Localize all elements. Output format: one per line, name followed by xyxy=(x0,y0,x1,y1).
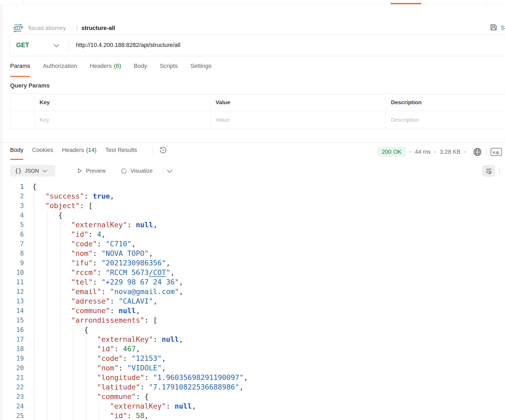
indent-guide xyxy=(34,268,34,277)
code-line-content: "commune": { xyxy=(97,392,149,401)
code-line: 14"commune": null, xyxy=(0,306,505,316)
description-input[interactable]: Description xyxy=(386,111,505,129)
svg-text:HTTP: HTTP xyxy=(14,25,23,30)
url-input[interactable]: http://10.4.200.188:8282/api/structure/a… xyxy=(76,34,180,56)
breadcrumb-collection[interactable]: fiscad abomey xyxy=(28,24,66,32)
code-token: "1.96035698291190097" xyxy=(153,373,243,382)
response-tab-test-results[interactable]: Test Results xyxy=(105,147,137,160)
indent-guide xyxy=(34,354,34,363)
method-selector[interactable]: GET xyxy=(16,34,29,56)
indent-guide xyxy=(86,411,86,420)
code-token: , xyxy=(153,221,157,229)
line-number: 18 xyxy=(0,344,24,354)
code-token: : xyxy=(140,383,149,391)
response-tab-headers[interactable]: Headers(14) xyxy=(62,147,97,160)
chevron-down-icon[interactable] xyxy=(167,167,172,173)
code-line-content: "id": 4, xyxy=(71,230,106,239)
indent-guide xyxy=(60,411,60,420)
method-label: GET xyxy=(16,42,29,49)
code-token: : xyxy=(93,278,102,286)
code-line: 9"ifu": "2021230986356", xyxy=(0,258,505,268)
code-token: { xyxy=(32,182,37,191)
indent-guide xyxy=(47,296,47,306)
code-line-content: "adresse": "CALAVI", xyxy=(71,296,157,306)
response-body-json[interactable]: 1{2"success": true,3"object": [4{5"exter… xyxy=(0,182,505,420)
code-line-content: "externalKey": null, xyxy=(97,335,183,344)
indent-guide xyxy=(73,411,73,420)
response-meta: 200 OK 44 ms 3.28 KB e.g. xyxy=(377,147,502,157)
request-tab-params[interactable]: Params xyxy=(10,63,30,77)
visualize-button[interactable]: Visualize xyxy=(120,165,153,177)
code-token: : { xyxy=(136,392,149,401)
row-checkbox-cell[interactable] xyxy=(10,111,34,129)
code-token: "commune" xyxy=(97,392,136,401)
code-token: "nom" xyxy=(71,249,93,257)
line-number: 7 xyxy=(0,239,24,249)
code-token: "RCCM 5673 xyxy=(106,268,149,277)
value-input[interactable]: Value xyxy=(210,111,386,129)
code-token: true xyxy=(93,192,110,200)
code-token: , xyxy=(162,354,166,362)
indent-guide xyxy=(73,354,73,363)
eg-badge-icon[interactable]: e.g. xyxy=(491,148,502,156)
code-line-content: "nom": "NOVA TOPO", xyxy=(71,249,153,258)
code-line: 13"adresse": "CALAVI", xyxy=(0,296,505,306)
tab-label: Body xyxy=(10,147,23,153)
code-line: 6"id": 4, xyxy=(0,230,505,239)
indent-guide xyxy=(60,316,60,325)
indent-guide xyxy=(47,211,47,220)
indent-guide xyxy=(60,306,60,316)
indent-guide xyxy=(34,382,34,392)
request-tab-body[interactable]: Body xyxy=(134,63,147,77)
indent-guide xyxy=(73,382,73,392)
indent-guide xyxy=(86,382,86,392)
code-token: "commune" xyxy=(71,307,110,315)
indent-guide xyxy=(34,239,34,249)
line-number: 19 xyxy=(0,354,24,363)
code-token: : xyxy=(110,307,119,315)
table-header-row: Key Value Description xyxy=(10,94,505,111)
preview-button[interactable]: Preview xyxy=(76,165,106,177)
response-tab-body[interactable]: Body xyxy=(10,147,23,160)
format-label: JSON xyxy=(25,168,39,174)
request-tab-settings[interactable]: Settings xyxy=(190,63,212,77)
format-selector[interactable]: {} JSON xyxy=(10,165,55,177)
request-tab-headers[interactable]: Headers(6) xyxy=(90,63,121,77)
save-button-label[interactable]: S xyxy=(501,24,505,31)
indent-guide xyxy=(73,344,73,354)
response-bar: BodyCookiesHeaders(14)Test Results 200 O… xyxy=(10,147,505,160)
link-token[interactable]: /COT xyxy=(149,268,166,277)
tab-label: Scripts xyxy=(160,63,177,69)
code-line-content: "success": true, xyxy=(45,191,114,201)
network-globe-icon[interactable] xyxy=(473,147,482,157)
history-icon[interactable] xyxy=(159,146,167,154)
save-icon[interactable] xyxy=(490,23,498,31)
indent-guide xyxy=(47,382,47,392)
code-line: 3"object": [ xyxy=(0,201,505,211)
workspace-tab-strip[interactable] xyxy=(0,0,505,5)
indent-guide xyxy=(60,230,60,239)
key-input[interactable]: Key xyxy=(34,111,210,129)
request-tab-authorization[interactable]: Authorization xyxy=(43,63,77,77)
play-icon xyxy=(76,168,83,174)
line-number: 24 xyxy=(0,401,24,411)
indent-guide xyxy=(34,287,34,296)
code-token: , xyxy=(166,259,170,267)
indent-guide xyxy=(34,211,34,220)
code-token: "code" xyxy=(71,240,97,248)
response-body-toolbar: {} JSON Preview Visualize xyxy=(10,165,505,177)
request-tab-scripts[interactable]: Scripts xyxy=(160,63,177,77)
code-token: "C710" xyxy=(106,240,132,248)
wrap-text-button[interactable] xyxy=(482,165,495,177)
chevron-down-icon[interactable] xyxy=(54,42,59,47)
column-header-key: Key xyxy=(34,94,210,111)
code-line-content: "email": "nova@gmail.com", xyxy=(71,287,183,296)
code-line: 24"externalKey": null, xyxy=(0,401,505,411)
code-token: : xyxy=(127,412,136,420)
breadcrumb-request-name[interactable]: structure-all xyxy=(81,24,115,32)
code-token: : xyxy=(127,221,136,229)
indent-guide xyxy=(60,239,60,249)
tab-divider xyxy=(486,0,487,4)
response-tab-cookies[interactable]: Cookies xyxy=(32,147,53,160)
code-token: : xyxy=(123,354,132,362)
